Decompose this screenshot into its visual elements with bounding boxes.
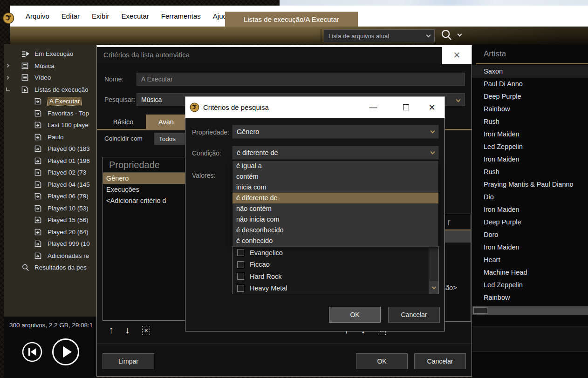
sidebar-item-listas-de-execucao[interactable]: Listas de execução (4, 84, 96, 96)
checkbox[interactable] (237, 261, 244, 268)
menu-bar: Arquivo Editar Exibir Executar Ferrament… (10, 6, 588, 27)
artist-row[interactable]: Saxon (472, 65, 588, 78)
search-results-icon (21, 263, 31, 271)
artist-row[interactable]: Machine Head (472, 266, 588, 279)
menu-executar[interactable]: Executar (122, 12, 149, 20)
coincidir-com-label: Coincidir com (104, 135, 143, 142)
cancelar-button[interactable]: Cancelar (388, 307, 440, 323)
scrollbar-thumb[interactable] (473, 307, 487, 314)
search-options-chevron-icon[interactable] (458, 32, 462, 37)
artist-row[interactable]: Paul Di Anno (472, 78, 588, 90)
artist-row[interactable]: Rush (472, 166, 588, 178)
delete-criterion-button[interactable]: ✕ (142, 326, 150, 335)
dropdown-option[interactable]: não inicia com (232, 214, 438, 225)
sidebar-item-played02[interactable]: Played 02 (73 (4, 167, 96, 179)
condicao-select[interactable]: é diferente de (232, 146, 439, 160)
sidebar-item-video[interactable]: Vídeo (4, 72, 96, 84)
sidebar-item-favoritas[interactable]: Favoritas - Top (4, 108, 96, 120)
artist-row[interactable]: Iron Maiden (472, 153, 588, 166)
value-row[interactable]: Hard Rock (232, 270, 438, 283)
dropdown-option[interactable]: é diferente de (232, 193, 438, 203)
sidebar-item-played10[interactable]: Played 10 (53) (4, 202, 96, 215)
previous-button[interactable] (21, 341, 43, 364)
artist-row[interactable]: Iron Maiden (472, 128, 588, 141)
dropdown-option[interactable]: contém (232, 171, 438, 182)
minimize-button[interactable]: — (362, 97, 384, 118)
column-header-artista[interactable]: Artista (472, 44, 588, 64)
sidebar-item-played06[interactable]: Played 06 (79) (4, 190, 96, 202)
artist-row[interactable]: Rainbow (472, 291, 588, 304)
status-area: 300 arquivos, 2.2 GB, 29:08:1 (4, 317, 96, 378)
artist-row[interactable]: Heart (472, 254, 588, 266)
artist-row[interactable]: Led Zeppelin (472, 141, 588, 153)
dropdown-option[interactable]: não contém (232, 203, 438, 214)
artist-row[interactable]: Led Zeppelin (472, 279, 588, 291)
menu-exibir[interactable]: Exibir (92, 12, 109, 20)
dropdown-option[interactable]: inicia com (232, 182, 438, 193)
cancelar-button[interactable]: Cancelar (414, 353, 466, 369)
value-row[interactable]: Heavy Metal (232, 283, 438, 295)
sidebar-item-played15[interactable]: Played 15 (56) (4, 214, 96, 226)
dialog1-close-button[interactable]: ✕ (442, 46, 472, 64)
play-button[interactable] (51, 338, 80, 368)
sidebar-item-musica[interactable]: Música (4, 60, 96, 72)
playlist-icon (34, 122, 44, 128)
artist-row[interactable]: Doro (472, 229, 588, 241)
move-up-button[interactable]: ↑ (109, 324, 114, 336)
checkbox[interactable] (237, 273, 244, 280)
artist-row[interactable]: Deep Purple (472, 216, 588, 229)
artist-row[interactable]: Iron Maiden (472, 241, 588, 254)
search-icon[interactable] (440, 29, 453, 43)
artist-row[interactable]: Deep Purple (472, 90, 588, 103)
toolbar: Lista de arquivos atual (10, 27, 588, 44)
sidebar-item-played20[interactable]: Played 20 (64) (4, 226, 96, 238)
maximize-button[interactable] (395, 97, 417, 118)
sidebar-item-played01[interactable]: Played 01 (196 (4, 155, 96, 167)
checkbox[interactable] (237, 285, 244, 292)
expander-collapsed-icon[interactable] (6, 76, 9, 80)
sidebar-item-resultados-pesquisa[interactable]: Resultados da pes (4, 262, 96, 274)
sidebar-item-adicionadas[interactable]: Adicionadas re (4, 250, 96, 262)
sidebar-item-last100[interactable]: Last 100 playe (4, 119, 96, 131)
artist-row[interactable]: Dio (472, 191, 588, 203)
sidebar-item-played00[interactable]: Played 00 (183 (4, 143, 96, 155)
artist-row[interactable]: Rush (472, 115, 588, 128)
limpar-button[interactable]: Limpar (103, 353, 154, 369)
tab-basico[interactable]: Básico (101, 115, 146, 129)
menu-arquivo[interactable]: Arquivo (26, 12, 49, 20)
active-view-tab[interactable]: Listas de execução/A Executar (225, 12, 358, 27)
vertical-scrollbar[interactable] (429, 247, 438, 294)
nome-input[interactable]: A Executar (137, 73, 465, 86)
dropdown-option[interactable]: é igual a (232, 161, 438, 171)
propriedade-select[interactable]: Gênero (232, 125, 439, 139)
dropdown-option[interactable]: é desconhecido (232, 225, 438, 236)
checkbox[interactable] (237, 249, 244, 256)
artist-row[interactable]: Praying Mantis & Paul Dianno (472, 178, 588, 191)
menu-ferramentas[interactable]: Ferramentas (161, 12, 201, 20)
sidebar-item-em-execucao[interactable]: Em Execução (4, 48, 96, 60)
ok-button[interactable]: OK (356, 353, 408, 369)
sidebar-item-paulo[interactable]: Paulo (4, 131, 96, 143)
partial-highlight-row (444, 230, 471, 243)
dropdown-option[interactable]: é conhecido (232, 236, 438, 246)
sidebar-item-played04[interactable]: Played 04 (145 (4, 179, 96, 191)
playlist-icon (34, 98, 44, 105)
menu-editar[interactable]: Editar (62, 12, 80, 20)
artist-row[interactable]: Rainbow (472, 103, 588, 115)
search-scope-select[interactable]: Lista de arquivos atual (324, 29, 435, 42)
value-row[interactable]: Evangelico (232, 247, 438, 259)
scroll-down-button[interactable] (429, 281, 438, 294)
ok-button[interactable]: OK (329, 307, 381, 323)
library-icon (21, 74, 31, 81)
sidebar-item-a-executar[interactable]: A Executar (4, 95, 96, 108)
expander-collapsed-icon[interactable] (6, 64, 9, 68)
app-logo-icon (190, 102, 199, 114)
value-row[interactable]: Ficcao (232, 259, 438, 271)
artist-row[interactable]: Iron Maiden (472, 203, 588, 216)
expander-expanded-icon[interactable] (6, 88, 10, 91)
move-down-button[interactable]: ↓ (125, 324, 130, 336)
playlist-icon (34, 252, 44, 259)
horizontal-scrollbar[interactable] (472, 306, 588, 315)
close-button[interactable]: ✕ (421, 97, 443, 118)
sidebar-item-played999[interactable]: Played 999 (10 (4, 238, 96, 250)
